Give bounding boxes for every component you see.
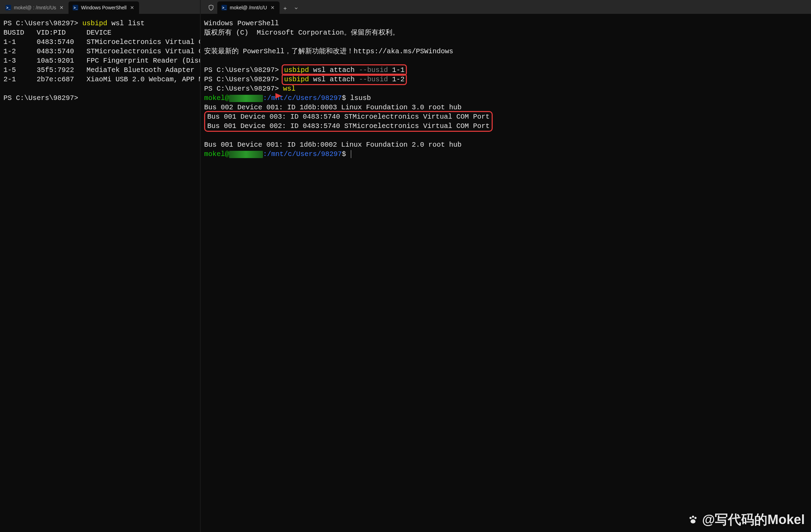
banner-line: 版权所有 (C) Microsoft Corporation。保留所有权利。: [204, 29, 399, 37]
powershell-icon: >_: [73, 5, 78, 10]
redacted-hostname: [229, 151, 263, 158]
paw-icon: [687, 514, 699, 526]
dollar: $: [342, 94, 346, 102]
svg-point-1: [692, 515, 694, 517]
tab-dropdown-button[interactable]: [291, 3, 302, 14]
table-row: 1-2 0483:5740 STMicroelectronics Virtual…: [3, 47, 200, 55]
lsusb-row: Bus 001 Device 002: ID 0483:5740 STMicro…: [207, 122, 490, 130]
lsusb-row: Bus 001 Device 003: ID 0483:5740 STMicro…: [207, 113, 490, 121]
command: lsusb: [350, 94, 371, 102]
prompt: PS C:\Users\98297>: [3, 94, 78, 102]
terminal-window-left: >_ mokel@ : /mnt/c/Us ✕ >_ Windows Power…: [0, 0, 201, 532]
highlighted-output: Bus 001 Device 003: ID 0483:5740 STMicro…: [204, 111, 493, 132]
shield-icon: [205, 1, 217, 14]
lsusb-row: Bus 001 Device 001: ID 1d6b:0002 Linux F…: [204, 141, 462, 149]
prompt: PS C:\Users\98297>: [3, 19, 78, 27]
close-icon[interactable]: ✕: [270, 5, 275, 10]
linux-path: :/mnt/c/Users/98297: [263, 94, 342, 102]
close-icon[interactable]: ✕: [129, 5, 135, 10]
tab-bar-right: >_ mokel@ /mnt/c/U ✕ ＋: [201, 0, 811, 14]
svg-point-3: [691, 519, 695, 523]
terminal-content-left[interactable]: PS C:\Users\98297> usbipd wsl list BUSID…: [0, 14, 200, 532]
svg-point-0: [690, 517, 692, 519]
table-row: 1-5 35f5:7922 MediaTek Bluetooth Adapter: [3, 66, 194, 74]
lsusb-row: Bus 002 Device 001: ID 1d6b:0003 Linux F…: [204, 103, 462, 111]
table-row: 1-1 0483:5740 STMicroelectronics Virtual…: [3, 38, 200, 46]
prompt: PS C:\Users\98297>: [204, 66, 279, 74]
dollar: $: [342, 150, 346, 158]
tab-label: mokel@ /mnt/c/U: [230, 5, 267, 10]
table-row: 1-3 10a5:9201 FPC Fingerprint Reader (Di…: [3, 57, 200, 65]
tab-label: mokel@ : /mnt/c/Us: [14, 5, 56, 10]
tab-wsl-session[interactable]: >_ mokel@ : /mnt/c/Us ✕: [1, 1, 69, 14]
watermark: @写代码的Mokel: [687, 511, 805, 529]
watermark-text: @写代码的Mokel: [702, 511, 805, 529]
command-name: usbipd: [82, 19, 107, 27]
command-name: wsl: [283, 85, 295, 93]
linux-path: :/mnt/c/Users/98297: [263, 150, 342, 158]
table-row: 2-1 2b7e:c687 XiaoMi USB 2.0 Webcam, APP…: [3, 75, 200, 83]
banner-line: 安装最新的 PowerShell，了解新功能和改进！https://aka.ms…: [204, 47, 453, 55]
tab-bar-left: >_ mokel@ : /mnt/c/Us ✕ >_ Windows Power…: [0, 0, 200, 14]
terminal-window-right: >_ mokel@ /mnt/c/U ✕ ＋ Windows PowerShel…: [201, 0, 811, 532]
close-icon[interactable]: ✕: [59, 5, 64, 10]
tab-label: Windows PowerShell: [81, 5, 127, 10]
highlighted-command: usbipd wsl attach --busid 1-2: [282, 74, 407, 85]
banner-line: Windows PowerShell: [204, 19, 279, 27]
prompt: PS C:\Users\98297>: [204, 85, 279, 93]
redacted-hostname: [229, 95, 263, 102]
cursor: [351, 150, 351, 158]
linux-user: mokel@: [204, 94, 229, 102]
svg-point-2: [694, 517, 696, 519]
terminal-content-right[interactable]: Windows PowerShell 版权所有 (C) Microsoft Co…: [201, 14, 811, 532]
new-tab-button[interactable]: ＋: [280, 3, 291, 14]
powershell-icon: >_: [6, 5, 11, 10]
powershell-icon: >_: [221, 5, 227, 10]
table-header: BUSID VID:PID DEVICE: [3, 29, 111, 37]
command-args: wsl list: [111, 19, 145, 27]
prompt: PS C:\Users\98297>: [204, 75, 279, 83]
linux-user: mokel@: [204, 150, 229, 158]
tab-powershell[interactable]: >_ Windows PowerShell ✕: [69, 1, 139, 14]
tab-wsl-session[interactable]: >_ mokel@ /mnt/c/U ✕: [217, 1, 280, 14]
